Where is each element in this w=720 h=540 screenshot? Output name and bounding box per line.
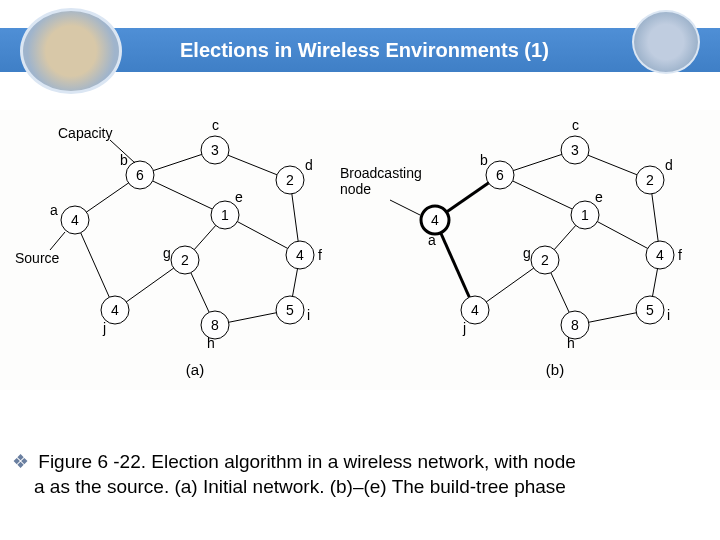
- bullet-icon: ❖: [12, 451, 29, 472]
- node-g-cap-b: 2: [541, 252, 549, 268]
- annotation-broadcast-2: node: [340, 181, 371, 197]
- node-a-cap: 4: [71, 212, 79, 228]
- node-g-cap: 2: [181, 252, 189, 268]
- node-b-cap-b: 6: [496, 167, 504, 183]
- node-h-cap-b: 8: [571, 317, 579, 333]
- annotation-capacity: Capacity: [58, 125, 112, 141]
- node-d-label: d: [305, 157, 313, 173]
- node-a-label-b: a: [428, 232, 436, 248]
- node-j-label-b: j: [462, 320, 466, 336]
- node-e-label-b: e: [595, 189, 603, 205]
- node-c-cap: 3: [211, 142, 219, 158]
- node-a-label: a: [50, 202, 58, 218]
- node-f-label: f: [318, 247, 322, 263]
- node-b-label: b: [120, 152, 128, 168]
- network-diagram: 4 6 3 2 1 4 2 8 5 4 a b c d e f g h i j …: [0, 110, 720, 390]
- panel-b-sublabel: (b): [546, 361, 564, 378]
- node-d-cap: 2: [286, 172, 294, 188]
- node-j-cap: 4: [111, 302, 119, 318]
- slide-title: Elections in Wireless Environments (1): [180, 39, 549, 62]
- svg-line-23: [50, 232, 65, 250]
- decorative-photo-right: [632, 10, 700, 74]
- node-g-label-b: g: [523, 245, 531, 261]
- node-e-cap: 1: [221, 207, 229, 223]
- caption-line1: Figure 6 -22. Election algorithm in a wi…: [38, 451, 576, 472]
- node-f-label-b: f: [678, 247, 682, 263]
- node-c-cap-b: 3: [571, 142, 579, 158]
- node-f-cap-b: 4: [656, 247, 664, 263]
- svg-line-1: [75, 220, 115, 310]
- figure-area: 4 6 3 2 1 4 2 8 5 4 a b c d e f g h i j …: [0, 110, 720, 390]
- node-i-cap: 5: [286, 302, 294, 318]
- node-j-cap-b: 4: [471, 302, 479, 318]
- node-e-label: e: [235, 189, 243, 205]
- caption-line2: a as the source. (a) Initial network. (b…: [34, 476, 566, 497]
- node-h-cap: 8: [211, 317, 219, 333]
- node-f-cap: 4: [296, 247, 304, 263]
- annotation-broadcast-1: Broadcasting: [340, 165, 422, 181]
- node-d-label-b: d: [665, 157, 673, 173]
- node-i-label-b: i: [667, 307, 670, 323]
- node-b-cap: 6: [136, 167, 144, 183]
- decorative-photo-left: [20, 8, 122, 94]
- node-g-label: g: [163, 245, 171, 261]
- node-i-cap-b: 5: [646, 302, 654, 318]
- svg-line-46: [390, 200, 420, 215]
- node-d-cap-b: 2: [646, 172, 654, 188]
- node-j-label: j: [102, 320, 106, 336]
- node-b-label-b: b: [480, 152, 488, 168]
- figure-caption: ❖ Figure 6 -22. Election algorithm in a …: [12, 450, 708, 499]
- node-i-label: i: [307, 307, 310, 323]
- node-h-label: h: [207, 335, 215, 351]
- node-c-label-b: c: [572, 117, 579, 133]
- node-c-label: c: [212, 117, 219, 133]
- annotation-source: Source: [15, 250, 60, 266]
- panel-a-sublabel: (a): [186, 361, 204, 378]
- node-e-cap-b: 1: [581, 207, 589, 223]
- node-h-label-b: h: [567, 335, 575, 351]
- node-a-cap-b: 4: [431, 212, 439, 228]
